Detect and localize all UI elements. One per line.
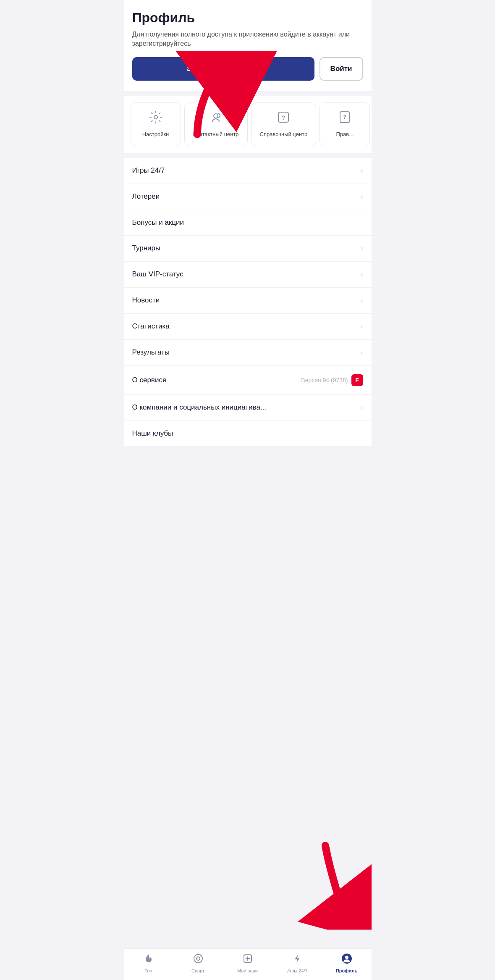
profile-icon: [341, 953, 352, 967]
action-card-help[interactable]: ? Справочный центр: [251, 102, 317, 146]
nav-profile-label: Профиль: [336, 968, 357, 973]
menu-item-tournaments[interactable]: Турниры ›: [124, 236, 372, 262]
svg-text:?: ?: [282, 114, 285, 121]
auth-buttons: Зарегистрироваться Войти: [132, 57, 363, 81]
menu-item-bonuses-label: Бонусы и акции: [132, 218, 184, 227]
menu-item-company[interactable]: О компании и социальных инициатива... ›: [124, 395, 372, 421]
menu-item-games24[interactable]: Игры 24/7 ›: [124, 158, 372, 184]
version-badge: Версия 94 (9738) F: [301, 374, 363, 386]
page-container: Профиль Для получения полного доступа к …: [124, 0, 372, 980]
action-card-settings[interactable]: Настройки: [131, 102, 181, 146]
chevron-right-icon: ›: [361, 166, 363, 175]
svg-point-8: [194, 954, 202, 963]
login-button[interactable]: Войти: [320, 57, 363, 81]
menu-item-stats[interactable]: Статистика ›: [124, 314, 372, 340]
nav-item-profile[interactable]: Профиль: [322, 953, 372, 973]
nav-mybets-label: Мои пари: [237, 968, 258, 973]
chevron-right-icon: ›: [361, 348, 363, 357]
menu-item-clubs-label: Наши клубы: [132, 429, 173, 438]
action-help-label: Справочный центр: [260, 131, 308, 137]
lightning-icon: [292, 953, 303, 967]
mybets-icon: [242, 953, 253, 967]
settings-icon: [139, 110, 172, 127]
menu-item-stats-label: Статистика: [132, 322, 170, 331]
svg-marker-13: [295, 954, 300, 963]
chevron-right-icon: ›: [361, 270, 363, 279]
header-section: Профиль Для получения полного доступа к …: [124, 0, 372, 91]
menu-item-about-label: О сервисе: [132, 376, 167, 384]
register-button[interactable]: Зарегистрироваться: [132, 57, 314, 81]
sport-icon: [193, 953, 204, 967]
svg-text:?: ?: [343, 114, 346, 120]
nav-item-sport[interactable]: Спорт: [173, 953, 223, 973]
menu-section: Игры 24/7 › Лотереи › Бонусы и акции Тур…: [124, 158, 372, 446]
flame-icon: [143, 953, 154, 967]
nav-item-mybets[interactable]: Мои пари: [223, 953, 272, 973]
svg-point-9: [196, 957, 200, 960]
nav-sport-label: Спорт: [191, 968, 204, 973]
version-text: Версия 94 (9738): [301, 377, 348, 384]
menu-item-clubs[interactable]: Наши клубы: [124, 421, 372, 446]
menu-item-vip[interactable]: Ваш VIP-статус ›: [124, 262, 372, 288]
action-contact-label: Контактный центр: [193, 131, 239, 137]
action-card-contact[interactable]: Контактный центр: [184, 102, 248, 146]
menu-item-tournaments-label: Турниры: [132, 244, 161, 252]
svg-point-15: [345, 956, 348, 959]
fonbet-logo: F: [351, 374, 363, 386]
menu-item-bonuses[interactable]: Бонусы и акции: [124, 210, 372, 236]
menu-item-vip-label: Ваш VIP-статус: [132, 270, 183, 278]
chevron-right-icon: ›: [361, 192, 363, 201]
action-rules-label: Прав...: [336, 131, 354, 137]
chevron-right-icon: ›: [361, 403, 363, 412]
menu-item-results[interactable]: Результаты ›: [124, 340, 372, 366]
page-title: Профиль: [132, 10, 363, 26]
action-card-rules[interactable]: ? Прав...: [320, 102, 370, 146]
page-subtitle: Для получения полного доступа к приложен…: [132, 30, 363, 49]
chevron-right-icon: ›: [361, 296, 363, 305]
svg-point-1: [214, 114, 218, 118]
chevron-right-icon: ›: [361, 322, 363, 331]
menu-item-results-label: Результаты: [132, 348, 170, 357]
menu-item-lotteries[interactable]: Лотереи ›: [124, 184, 372, 210]
svg-point-0: [154, 116, 157, 119]
nav-item-games24[interactable]: Игры 24/7: [272, 953, 322, 973]
nav-games24-label: Игры 24/7: [286, 968, 307, 973]
quick-actions-bar: Настройки Контактный центр ? Справочный …: [124, 96, 372, 153]
bottom-nav: Топ Спорт Мои пари Игры 24/7: [124, 948, 372, 980]
menu-item-company-label: О компании и социальных инициатива...: [132, 403, 267, 412]
chevron-right-icon: ›: [361, 244, 363, 253]
menu-item-lotteries-label: Лотереи: [132, 192, 160, 201]
menu-item-news[interactable]: Новости ›: [124, 288, 372, 314]
menu-item-about[interactable]: О сервисе Версия 94 (9738) F: [124, 366, 372, 395]
menu-item-news-label: Новости: [132, 296, 160, 305]
rules-icon: ?: [328, 110, 361, 127]
nav-item-top[interactable]: Топ: [124, 953, 173, 973]
nav-top-label: Топ: [145, 968, 152, 973]
menu-item-games24-label: Игры 24/7: [132, 166, 165, 175]
contact-icon: [193, 110, 239, 127]
action-settings-label: Настройки: [142, 131, 169, 137]
help-icon: ?: [260, 110, 308, 127]
